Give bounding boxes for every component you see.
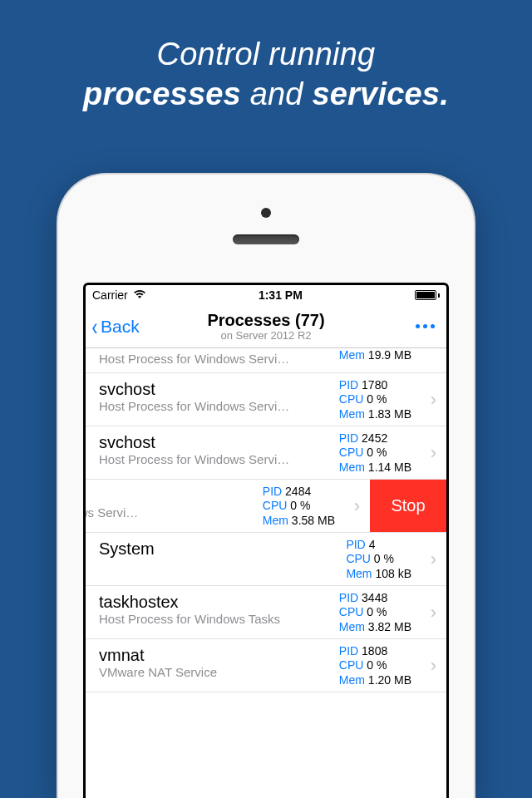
chevron-right-icon: › — [431, 602, 436, 623]
marketing-tagline: Control running processes and services. — [0, 0, 532, 114]
process-stats: Mem 19.9 MB — [339, 348, 411, 363]
process-description: VMware NAT Service — [99, 665, 323, 679]
process-list[interactable]: Host Process for Windows Servi…Mem 19.9 … — [86, 348, 446, 692]
process-description: Host Process for Windows Tasks — [99, 612, 323, 626]
phone-hardware-top — [58, 190, 474, 283]
chevron-right-icon: › — [431, 549, 436, 570]
status-bar: Carrier 1:31 PM — [86, 285, 446, 305]
battery-icon — [415, 290, 440, 300]
process-row[interactable]: Host Process for Windows Servi…Mem 19.9 … — [86, 348, 446, 373]
process-stats: PID 4CPU 0 %Mem 108 kB — [346, 537, 411, 581]
more-button[interactable] — [414, 305, 436, 347]
page-subtitle: on Server 2012 R2 — [86, 329, 446, 342]
wifi-icon — [133, 288, 146, 302]
screen: Carrier 1:31 PM ‹ Back Processes (77) on… — [83, 283, 449, 798]
carrier-label: Carrier — [92, 288, 128, 302]
process-description: ess for Windows Servi… — [86, 505, 244, 520]
chevron-right-icon: › — [354, 495, 360, 517]
nav-bar: ‹ Back Processes (77) on Server 2012 R2 — [86, 305, 446, 348]
process-description: Host Process for Windows Servi… — [99, 399, 323, 413]
process-stats: PID 1780CPU 0 %Mem 1.83 MB — [339, 377, 411, 421]
process-stats: PID 3448CPU 0 %Mem 3.82 MB — [339, 590, 411, 634]
page-title: Processes (77) — [86, 311, 446, 330]
stop-button[interactable]: Stop — [370, 480, 446, 532]
speaker-slot — [233, 234, 299, 244]
process-stats: PID 2484CPU 0 %Mem 3.58 MB — [263, 484, 335, 528]
process-description: Host Process for Windows Servi… — [99, 352, 323, 366]
camera-dot — [261, 208, 271, 218]
status-time: 1:31 PM — [259, 288, 303, 302]
process-row-swiped[interactable]: tess for Windows Servi…PID 2484CPU 0 %Me… — [86, 480, 446, 533]
process-row[interactable]: SystemPID 4CPU 0 %Mem 108 kB› — [86, 533, 446, 586]
process-row[interactable]: vmnatVMware NAT ServicePID 1808CPU 0 %Me… — [86, 639, 446, 692]
process-row[interactable]: svchostHost Process for Windows Servi…PI… — [86, 373, 446, 426]
phone-frame: Carrier 1:31 PM ‹ Back Processes (77) on… — [58, 175, 474, 798]
chevron-right-icon: › — [431, 389, 436, 411]
process-stats: PID 1808CPU 0 %Mem 1.20 MB — [339, 643, 411, 687]
process-description: Host Process for Windows Servi… — [99, 452, 323, 466]
chevron-right-icon: › — [431, 655, 436, 677]
back-button[interactable]: ‹ Back — [86, 314, 140, 339]
chevron-left-icon: ‹ — [92, 314, 98, 339]
process-row[interactable]: taskhostexHost Process for Windows Tasks… — [86, 586, 446, 639]
process-row[interactable]: svchostHost Process for Windows Servi…PI… — [86, 426, 446, 480]
chevron-right-icon: › — [431, 442, 436, 464]
back-label: Back — [101, 317, 140, 337]
process-stats: PID 2452CPU 0 %Mem 1.14 MB — [339, 431, 411, 475]
